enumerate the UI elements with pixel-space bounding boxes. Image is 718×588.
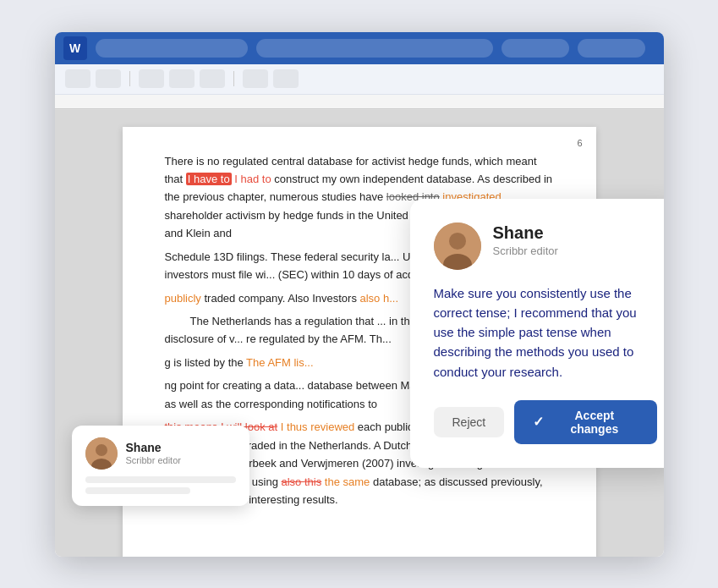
- ruler: [55, 95, 664, 110]
- text-afm-list: The AFM lis...: [246, 356, 313, 369]
- page-number: 6: [577, 135, 582, 151]
- svg-point-1: [96, 444, 107, 456]
- reject-button[interactable]: Reject: [434, 407, 505, 437]
- comment-card-header: Shane Scribbr editor: [434, 222, 657, 269]
- avatar-large: [434, 222, 481, 269]
- title-bar: W: [55, 32, 664, 64]
- document-area: 6 There is no regulated central database…: [55, 110, 664, 557]
- text-publicly: publicly: [165, 292, 201, 305]
- comment-card-actions: Reject ✓ Accept changes: [434, 400, 657, 444]
- title-bar-pill-4: [578, 39, 645, 58]
- toolbar-btn-7[interactable]: [273, 69, 299, 88]
- comment-skeleton-line-1: [85, 476, 236, 483]
- title-bar-pill-1: [96, 39, 248, 58]
- accept-changes-button[interactable]: ✓ Accept changes: [514, 400, 656, 444]
- text-the-same: the same: [325, 475, 370, 488]
- comment-bubble-small: Shane Scribbr editor: [72, 426, 249, 506]
- comment-small-name: Shane: [126, 441, 181, 455]
- ruler-line: [55, 108, 664, 109]
- toolbar-btn-5[interactable]: [200, 69, 225, 88]
- comment-card-name: Shane: [493, 222, 558, 242]
- toolbar-separator: [129, 71, 130, 86]
- accept-button-label: Accept changes: [551, 409, 638, 436]
- text-i-thus-reviewed: I thus reviewed: [281, 420, 354, 433]
- toolbar-btn-3[interactable]: [139, 69, 164, 88]
- strikethrough-also-this: also this: [282, 475, 322, 488]
- toolbar-btn-1[interactable]: [65, 69, 90, 88]
- avatar-small: [85, 437, 118, 470]
- text-also-h: also h...: [360, 292, 399, 305]
- text-i-had-to: I had to: [234, 173, 271, 185]
- svg-point-4: [449, 232, 466, 249]
- comment-card-info: Shane Scribbr editor: [493, 222, 558, 256]
- comment-small-info: Shane Scribbr editor: [126, 441, 181, 465]
- title-bar-pill-2: [256, 39, 493, 58]
- toolbar: [55, 64, 664, 95]
- toolbar-btn-4[interactable]: [169, 69, 195, 88]
- title-bar-pill-3: [502, 39, 569, 58]
- toolbar-btn-6[interactable]: [243, 69, 268, 88]
- comment-card-message: Make sure you consistently use the corre…: [434, 283, 657, 381]
- comment-card: Shane Scribbr editor Make sure you consi…: [410, 198, 664, 467]
- word-window: W 6 There is no regulated central databa…: [55, 32, 664, 557]
- comment-card-role: Scribbr editor: [493, 244, 558, 256]
- comment-small-role: Scribbr editor: [126, 455, 181, 465]
- comment-skeleton-line-2: [85, 487, 191, 494]
- toolbar-btn-2[interactable]: [96, 69, 121, 88]
- word-logo-icon: W: [63, 36, 87, 60]
- toolbar-separator-2: [233, 71, 234, 86]
- comment-small-header: Shane Scribbr editor: [85, 437, 236, 470]
- highlight-i-have-to: I have to: [186, 173, 232, 185]
- check-icon: ✓: [533, 414, 544, 430]
